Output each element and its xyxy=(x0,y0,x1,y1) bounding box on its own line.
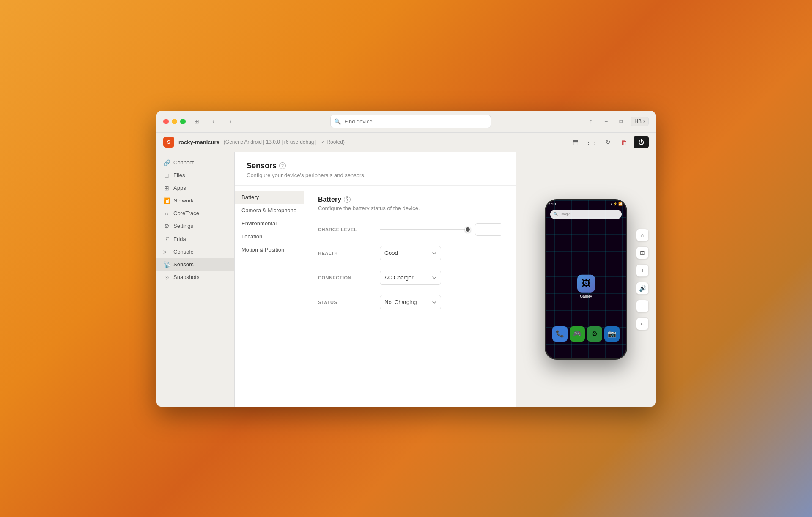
charge-level-row: CHARGE LEVEL 100 % xyxy=(318,223,502,236)
minimize-button[interactable] xyxy=(172,119,177,124)
search-bar: 🔍 xyxy=(330,115,491,128)
phone-screen: 9:23 ▪ ⚡ 📶 🔍 Google 🖼 Gallery xyxy=(546,200,626,358)
health-row: HEALTH Good Dead Overheat Over Voltage U… xyxy=(318,246,502,260)
phone-app-game: 🎮 xyxy=(570,326,585,342)
sensors-subtitle: Configure your device's peripherals and … xyxy=(247,172,504,178)
sidebar-label-network: Network xyxy=(173,197,194,204)
sidebar: 🔗 Connect □ Files ⊞ Apps 📶 Network ○ Cor… xyxy=(156,152,235,407)
sensors-body: Battery Camera & Microphone Environmenta… xyxy=(235,186,516,407)
frida-icon: 𝓕 xyxy=(163,235,170,243)
titlebar: ⊞ ‹ › 🔍 ↑ + ⧉ HB › xyxy=(156,111,656,133)
sidebar-label-sensors: Sensors xyxy=(173,261,194,268)
sensors-help-icon[interactable]: ? xyxy=(279,162,286,169)
phone-tools: ⌂ ⊡ + 🔊 − ← xyxy=(636,229,649,330)
back-button[interactable]: ‹ xyxy=(208,115,219,127)
connection-select[interactable]: AC Charger USB Wireless None xyxy=(380,271,441,285)
phone-search-icon: 🔍 xyxy=(554,212,558,216)
open-external-button[interactable]: ⬒ xyxy=(569,136,582,148)
traffic-lights xyxy=(163,119,186,124)
network-icon: 📶 xyxy=(163,197,170,204)
device-meta: (Generic Android | 13.0.0 | r6 userdebug… xyxy=(224,139,317,145)
status-select[interactable]: Not Charging Charging Discharging Full xyxy=(380,295,441,309)
phone-gallery-app: 🖼 Gallery xyxy=(577,274,595,298)
main-content: 🔗 Connect □ Files ⊞ Apps 📶 Network ○ Cor… xyxy=(156,152,656,407)
back-tool-button[interactable]: ← xyxy=(636,317,649,330)
battery-panel: Battery ? Configure the battery status o… xyxy=(304,186,516,407)
columns-button[interactable]: ⋮⋮ xyxy=(585,136,598,148)
sidebar-item-console[interactable]: >_ Console xyxy=(156,246,234,258)
sidebar-item-apps[interactable]: ⊞ Apps xyxy=(156,182,234,194)
subnav-battery[interactable]: Battery xyxy=(235,191,304,204)
sidebar-item-files[interactable]: □ Files xyxy=(156,169,234,182)
devicebar: S rocky-manicure (Generic Android | 13.0… xyxy=(156,133,656,152)
copy-button[interactable]: ⧉ xyxy=(615,115,627,127)
subnav-camera[interactable]: Camera & Microphone xyxy=(235,204,304,217)
phone-app-camera: 📷 xyxy=(604,326,620,342)
sensors-icon: 📡 xyxy=(163,261,170,268)
zoom-out-tool-button[interactable]: − xyxy=(636,300,649,312)
apps-icon: ⊞ xyxy=(163,185,170,191)
rooted-badge: ✓ Rooted) xyxy=(321,139,345,145)
phone-app-settings: ⚙ xyxy=(587,326,602,342)
sidebar-item-coretrace[interactable]: ○ CoreTrace xyxy=(156,207,234,220)
sidebar-label-files: Files xyxy=(173,172,185,178)
device-badge: S xyxy=(163,137,174,148)
sidebar-item-network[interactable]: 📶 Network xyxy=(156,194,234,207)
charge-level-value[interactable]: 100 % xyxy=(475,223,502,236)
refresh-button[interactable]: ↻ xyxy=(601,136,614,148)
health-label: HEALTH xyxy=(318,251,373,256)
connection-label: CONNECTION xyxy=(318,275,373,280)
device-name: rocky-manicure xyxy=(178,139,219,145)
battery-title: Battery ? xyxy=(318,196,502,203)
titlebar-right: ↑ + ⧉ HB › xyxy=(585,115,649,127)
sidebar-item-snapshots[interactable]: ⊙ Snapshots xyxy=(156,271,234,284)
phone-gallery-label: Gallery xyxy=(580,294,592,298)
power-button[interactable]: ⏻ xyxy=(634,136,649,148)
sidebar-item-connect[interactable]: 🔗 Connect xyxy=(156,156,234,169)
add-tab-button[interactable]: + xyxy=(600,115,612,127)
search-icon: 🔍 xyxy=(334,118,341,125)
maximize-button[interactable] xyxy=(180,119,186,124)
status-row: STATUS Not Charging Charging Discharging… xyxy=(318,295,502,309)
phone-search-bar: 🔍 Google xyxy=(550,210,622,219)
sidebar-label-snapshots: Snapshots xyxy=(173,274,199,280)
user-initials: HB xyxy=(634,118,642,124)
phone-gallery-icon: 🖼 xyxy=(577,274,595,292)
health-select[interactable]: Good Dead Overheat Over Voltage Unknown xyxy=(380,246,441,260)
subnav-location[interactable]: Location xyxy=(235,230,304,243)
phone-app-row: 📞 🎮 ⚙ 📷 xyxy=(546,326,626,342)
zoom-in-tool-button[interactable]: + xyxy=(636,264,649,277)
share-button[interactable]: ↑ xyxy=(585,115,597,127)
sensors-title: Sensors ? xyxy=(247,161,504,170)
sidebar-label-connect: Connect xyxy=(173,159,194,166)
home-tool-button[interactable]: ⌂ xyxy=(636,229,649,241)
sensors-header: Sensors ? Configure your device's periph… xyxy=(235,152,516,186)
connection-row: CONNECTION AC Charger USB Wireless None xyxy=(318,271,502,285)
close-button[interactable] xyxy=(163,119,169,124)
forward-button[interactable]: › xyxy=(225,115,236,127)
battery-help-icon[interactable]: ? xyxy=(344,196,351,203)
settings-icon: ⚙ xyxy=(163,223,170,230)
subnav-environmental[interactable]: Environmental xyxy=(235,217,304,230)
phone-search-text: Google xyxy=(560,212,571,216)
subnav-motion[interactable]: Motion & Position xyxy=(235,243,304,256)
sidebar-item-sensors[interactable]: 📡 Sensors xyxy=(156,258,234,271)
files-icon: □ xyxy=(163,172,170,179)
find-device-input[interactable] xyxy=(330,115,491,128)
phone-panel: 9:23 ▪ ⚡ 📶 🔍 Google 🖼 Gallery xyxy=(516,152,656,407)
grid-view-button[interactable]: ⊞ xyxy=(191,115,203,127)
sidebar-item-frida[interactable]: 𝓕 Frida xyxy=(156,233,234,246)
phone-status-bar: 9:23 ▪ ⚡ 📶 xyxy=(546,200,626,208)
rooted-label: ✓ Rooted) xyxy=(321,139,345,145)
delete-button[interactable]: 🗑 xyxy=(617,136,630,148)
sensors-subnav: Battery Camera & Microphone Environmenta… xyxy=(235,186,304,407)
user-chevron-icon: › xyxy=(643,118,645,124)
user-menu[interactable]: HB › xyxy=(631,117,649,126)
charge-level-slider[interactable] xyxy=(380,229,471,230)
battery-subtitle: Configure the battery status of the devi… xyxy=(318,205,502,211)
charge-level-label: CHARGE LEVEL xyxy=(318,227,373,232)
volume-tool-button[interactable]: 🔊 xyxy=(636,282,649,295)
screenshot-tool-button[interactable]: ⊡ xyxy=(636,246,649,259)
sidebar-item-settings[interactable]: ⚙ Settings xyxy=(156,220,234,233)
sidebar-label-coretrace: CoreTrace xyxy=(173,210,199,216)
